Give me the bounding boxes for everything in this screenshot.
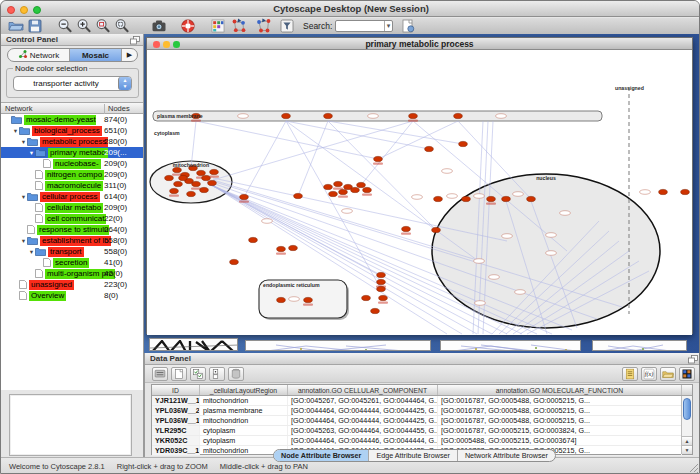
filter-icon[interactable] [278, 19, 295, 34]
network-node[interactable] [230, 259, 239, 264]
table-row[interactable]: YPL036W__2plasma membrane[GO:0044464, GO… [152, 406, 692, 416]
zoom-out-icon[interactable] [56, 19, 73, 34]
table-cell[interactable]: YPL036W__2 [152, 406, 200, 415]
search-dropdown-arrow[interactable]: ▾ [384, 21, 393, 31]
window-titlebar[interactable]: Cytoscape Desktop (New Session) [1, 1, 700, 17]
table-cell[interactable]: [GO:0016787, GO:0005488, GO:0005215, G..… [438, 406, 682, 415]
network-node[interactable] [454, 113, 463, 118]
tree-row[interactable]: secretion41(0) [1, 257, 143, 268]
network-node[interactable] [681, 189, 690, 194]
network-node[interactable] [434, 196, 443, 201]
background-window-4[interactable] [592, 340, 687, 351]
unselect-attributes-icon[interactable] [209, 367, 225, 381]
network-node[interactable] [432, 227, 441, 232]
network-node-small[interactable] [546, 233, 557, 238]
network-node[interactable] [324, 113, 333, 118]
network-edge[interactable] [213, 121, 413, 180]
network-tree-header[interactable]: Network Nodes [1, 103, 143, 114]
tree-row[interactable]: cellular metabo209(0) [1, 202, 143, 213]
network-node-small[interactable] [640, 190, 651, 195]
network-canvas[interactable]: plasma membranecytoplasmmitochondrionnuc… [147, 51, 692, 335]
network-node[interactable] [170, 188, 179, 193]
tree-row[interactable]: nucleobase-209(0) [1, 158, 143, 169]
network-node-small[interactable] [513, 192, 524, 197]
tree-row[interactable]: ▼cellular process614(0) [1, 191, 143, 202]
table-cell[interactable]: [GO:0016787, GO:0005215, GO:0003824, G..… [438, 426, 682, 435]
tree-row[interactable]: Overview8(0) [1, 290, 143, 301]
network-node[interactable] [527, 196, 536, 201]
network-edge[interactable] [361, 121, 413, 185]
column-header[interactable]: _cellularLayoutRegion [200, 385, 288, 395]
table-cell[interactable]: [GO:0045267, GO:0045261, GO:0044464, G..… [288, 396, 438, 405]
network-node[interactable] [402, 226, 411, 231]
node-color-select[interactable]: transporter activity ▲▼ [13, 76, 132, 91]
tree-row[interactable]: ▼transport558(0) [1, 246, 143, 257]
network-node-small[interactable] [289, 297, 300, 302]
table-cell[interactable]: YDR039C__1 [152, 446, 200, 455]
select-attributes-icon[interactable] [190, 367, 206, 381]
attribute-table[interactable]: ID_cellularLayoutRegionannotation.GO CEL… [151, 384, 693, 455]
network-node[interactable] [334, 181, 343, 186]
network-node[interactable] [210, 169, 219, 174]
network-node[interactable] [173, 167, 182, 172]
network-node[interactable] [282, 113, 291, 118]
network-edge[interactable] [298, 121, 328, 196]
help-icon[interactable] [179, 19, 196, 34]
table-cell[interactable]: [GO:0016787, GO:0005488, GO:0005215, G..… [438, 416, 682, 425]
network-node[interactable] [202, 175, 211, 180]
import-attributes-icon[interactable] [660, 367, 676, 381]
table-row[interactable]: YKR052Ccytoplasm[GO:0044464, GO:0044446,… [152, 436, 692, 446]
tree-row[interactable]: ▼biological_process651(0) [1, 125, 143, 136]
network-node-small[interactable] [489, 275, 500, 280]
network-node[interactable] [357, 182, 366, 187]
network-view-window[interactable]: primary metabolic process plasma membran… [146, 37, 693, 334]
background-window-1[interactable] [149, 338, 238, 351]
attribute-matrix-icon[interactable] [679, 367, 695, 381]
expand-arrow-icon[interactable]: ▼ [20, 139, 27, 145]
network-node[interactable] [200, 187, 209, 192]
background-window-3[interactable] [440, 340, 581, 351]
table-cell[interactable]: mitochondrion [200, 396, 288, 405]
table-row[interactable]: YPL036W__1mitochondrion[GO:0044464, GO:0… [152, 416, 692, 426]
network-node[interactable] [487, 196, 496, 201]
network-node-small[interactable] [474, 194, 485, 199]
tree-row[interactable]: unassigned223(0) [1, 279, 143, 290]
network-node[interactable] [362, 295, 371, 300]
network-node[interactable] [165, 175, 174, 180]
table-cell[interactable]: [GO:0044464, GO:0044444, GO:0044425, G..… [288, 416, 438, 425]
table-cell[interactable]: [GO:0044464, GO:0044446, GO:0044444, G..… [288, 436, 438, 445]
network-node[interactable] [377, 279, 386, 284]
tab-mosaic[interactable]: Mosaic [70, 49, 122, 61]
network-node[interactable] [249, 237, 258, 242]
network-node[interactable] [377, 272, 386, 277]
network-node[interactable] [339, 189, 348, 194]
network-node[interactable] [659, 189, 668, 194]
network-node[interactable] [277, 246, 286, 251]
table-cell[interactable]: [GO:0044464, GO:0044444, GO:0044425, G..… [288, 406, 438, 415]
table-cell[interactable]: YKR052C [152, 436, 200, 445]
tree-row[interactable]: mosaic-demo-yeast874(0) [1, 114, 143, 125]
table-cell[interactable]: [GO:0045263, GO:0044464, GO:0044455, G..… [288, 426, 438, 435]
table-row[interactable]: YJR121W__1mitochondrion[GO:0045267, GO:0… [152, 396, 692, 406]
network-node-small[interactable] [502, 234, 513, 239]
network-node-small[interactable] [560, 211, 571, 216]
open-network-icon[interactable] [7, 19, 24, 34]
expand-arrow-icon[interactable]: ▼ [28, 150, 35, 156]
network-node[interactable] [208, 180, 217, 185]
network-node-small[interactable] [412, 195, 423, 200]
network-node[interactable] [502, 196, 511, 201]
network-node[interactable] [371, 308, 380, 313]
network-node[interactable] [462, 196, 471, 201]
attribute-list-icon[interactable] [622, 367, 638, 381]
network-node[interactable] [294, 193, 303, 198]
tab-edge-attribute-browser[interactable]: Edge Attribute Browser [369, 450, 458, 461]
network-node[interactable] [351, 187, 360, 192]
tree-column-nodes[interactable]: Nodes [104, 104, 130, 114]
table-cell[interactable]: [GO:0016787, GO:0005488, GO:0005215, G..… [438, 396, 682, 405]
table-cell[interactable]: cytoplasm [200, 436, 288, 445]
network-edge[interactable] [286, 121, 429, 149]
tree-row[interactable]: ▼metabolic process280(0) [1, 136, 143, 147]
table-cell[interactable]: YLR295C [152, 426, 200, 435]
table-cell[interactable]: mitochondrion [200, 416, 288, 425]
network-node-small[interactable] [238, 114, 249, 119]
